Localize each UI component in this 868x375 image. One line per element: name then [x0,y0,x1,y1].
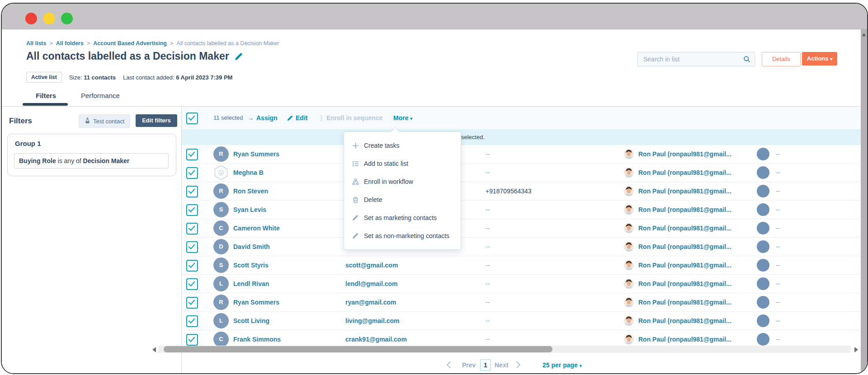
row-checkbox[interactable] [186,334,198,346]
avatar: R [213,183,229,199]
contact-name-link[interactable]: Scott Styris [233,256,269,274]
contact-owner-link[interactable]: Ron Paul (ronpaul981@gmail... [638,293,731,311]
contact-name-link[interactable]: Cameron White [233,219,280,237]
contact-owner-link[interactable]: Ron Paul (ronpaul981@gmail... [638,182,731,200]
contact-name-link[interactable]: Lendl Rivan [233,275,269,293]
last-contact-added: Last contact added: 6 April 2023 7:39 PM [123,74,232,81]
row-checkbox[interactable] [186,297,198,309]
zoom-button[interactable] [61,13,73,24]
contact-email-link[interactable]: ryan@gmail.com [345,293,396,311]
tab-performance[interactable]: Performance [81,92,120,99]
workflow-icon [352,178,359,185]
menu-item-enroll-in-workflow[interactable]: Enroll in workflow [344,173,461,191]
secondary-owner-value: -- [776,201,780,219]
contact-name-link[interactable]: Ron Steven [233,182,268,200]
row-checkbox[interactable] [186,315,198,327]
row-checkbox[interactable] [186,223,198,234]
arrow-right-icon: → [247,114,254,122]
next-page-button[interactable]: Next [495,357,508,373]
tab-filters[interactable]: Filters [36,92,56,99]
menu-item-create-tasks[interactable]: Create tasks [344,136,461,155]
scroll-up-arrow-icon[interactable] [862,33,866,36]
menu-item-delete[interactable]: Delete [344,191,461,209]
contact-owner-link[interactable]: Ron Paul (ronpaul981@gmail... [638,219,731,237]
chevron-left-icon[interactable] [447,361,454,369]
contact-email-link[interactable]: lendl@gmail.com [345,275,398,293]
breadcrumb-item-all-contacts-labelled-as-a-decision-maker: All contacts labelled as a Decision Make… [176,40,279,47]
row-checkbox[interactable] [186,260,198,272]
row-checkbox[interactable] [186,278,198,290]
contact-owner-link[interactable]: Ron Paul (ronpaul981@gmail... [638,275,731,293]
contact-name-link[interactable]: Ryan Summers [233,145,279,163]
close-button[interactable] [25,13,37,24]
contact-name-link[interactable]: David Smith [233,238,270,256]
chevron-down-icon: ▾ [830,56,832,61]
row-checkbox[interactable] [186,204,198,216]
horizontal-scroll-thumb[interactable] [164,346,552,352]
filters-panel: Filters Test contact Edit filters Group … [2,107,182,373]
secondary-avatar [757,277,769,290]
actions-button[interactable]: Actions ▾ [802,52,837,66]
contact-email-link[interactable]: living@gmail.com [345,312,399,330]
enroll-in-sequence-button[interactable]: ⋮ Enroll in sequence [318,107,382,129]
scroll-left-arrow-icon[interactable] [152,347,156,352]
row-checkbox[interactable] [186,241,198,253]
more-button[interactable]: More ▾ [393,107,412,129]
per-page-selector[interactable]: 25 per page ▾ [542,357,582,374]
chevron-down-icon: ▾ [580,363,582,368]
contact-owner-link[interactable]: Ron Paul (ronpaul981@gmail... [638,164,731,182]
contact-name-link[interactable]: Syan Levis [233,201,266,219]
owner-avatar [624,334,634,344]
contact-owner-link[interactable]: Ron Paul (ronpaul981@gmail... [638,145,731,163]
selected-count: 11 selected [213,107,243,129]
owner-avatar [624,223,634,233]
edit-filters-button[interactable]: Edit filters [136,114,177,127]
prev-page-button[interactable]: Prev [462,357,476,373]
contact-owner-link[interactable]: Ron Paul (ronpaul981@gmail... [638,201,731,219]
secondary-owner-value: -- [776,275,780,293]
row-checkbox[interactable] [186,167,198,179]
details-button[interactable]: Details [762,52,801,66]
chevron-right-icon[interactable] [514,361,521,369]
avatar: C [213,220,229,236]
contact-name-link[interactable]: Meghna B [233,164,264,182]
filter-condition[interactable]: Buying Role is any of Decision Maker [14,153,169,169]
vertical-scrollbar[interactable] [861,29,867,373]
row-checkbox[interactable] [186,149,198,160]
contact-owner-link[interactable]: Ron Paul (ronpaul981@gmail... [638,238,731,256]
select-all-checkbox[interactable] [186,112,198,124]
breadcrumb-item-all-folders[interactable]: All folders [56,40,84,47]
breadcrumb-separator: > [170,40,173,47]
current-page-button[interactable]: 1 [480,359,491,371]
owner-avatar [624,205,634,215]
contact-email-link[interactable]: scott@gmail.com [345,256,398,274]
contact-owner-link[interactable]: Ron Paul (ronpaul981@gmail... [638,256,731,274]
test-contact-button[interactable]: Test contact [79,114,130,128]
search-input[interactable] [642,52,739,66]
edit-button[interactable]: Edit [287,107,307,129]
menu-item-set-as-non-marketing-contacts[interactable]: Set as non-marketing contacts [344,227,461,245]
owner-avatar [624,316,634,326]
contact-owner-link[interactable]: Ron Paul (ronpaul981@gmail... [638,312,731,330]
breadcrumb-item-all-lists[interactable]: All lists [26,40,46,47]
chevron-down-icon: ▾ [410,116,412,121]
secondary-avatar [757,185,769,197]
plus-icon [352,142,359,149]
bulk-action-toolbar: 11 selected →Assign Edit ⋮ Enroll in seq… [182,107,861,129]
menu-item-add-to-static-list[interactable]: Add to static list [344,155,461,173]
more-menu: Create tasksAdd to static listEnroll in … [344,131,461,250]
contact-name-link[interactable]: Scott Living [233,312,269,330]
contact-name-link[interactable]: Ryan Sommers [233,293,279,311]
owner-avatar [624,186,634,196]
row-checkbox[interactable] [186,186,198,197]
contact-phone: -- [486,256,490,274]
edit-title-pencil-icon[interactable] [235,52,243,61]
selection-banner-text: selected. [461,129,485,145]
minimize-button[interactable] [43,13,55,24]
scroll-right-arrow-icon[interactable] [854,347,858,352]
menu-item-label: Set as marketing contacts [364,214,437,221]
assign-button[interactable]: →Assign [247,107,278,129]
secondary-avatar [757,222,769,234]
menu-item-set-as-marketing-contacts[interactable]: Set as marketing contacts [344,209,461,227]
breadcrumb-item-account-based-advertising[interactable]: Account Based Advertising [93,40,167,47]
